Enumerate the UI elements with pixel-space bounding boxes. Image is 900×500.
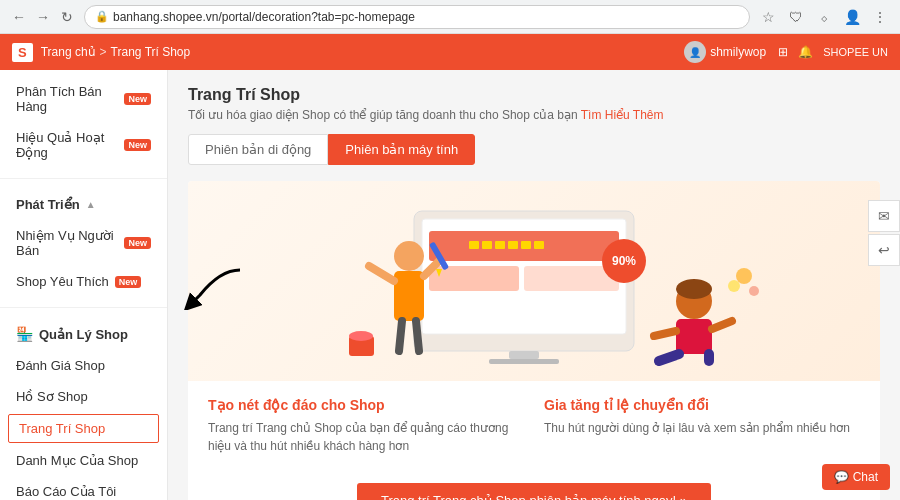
subtitle-text: Tối ưu hóa giao diện Shop có thể giúp tă… [188, 108, 578, 122]
account-icon[interactable]: 👤 [842, 7, 862, 27]
shopee-logo: S [12, 43, 33, 62]
cta-button[interactable]: Trang trí Trang chủ Shop phiên bản máy t… [357, 483, 711, 500]
sidebar-header-phat-trien[interactable]: Phát Triển ▲ [0, 189, 167, 220]
sidebar-item-hieu-qua-hoat-dong[interactable]: Hiệu Quả Hoạt Động New [0, 122, 167, 168]
bookmark-icon[interactable]: ☆ [758, 7, 778, 27]
header-label: Phát Triển [16, 197, 80, 212]
benefit-item-2: Gia tăng tỉ lệ chuyển đổi Thu hút người … [544, 397, 860, 455]
svg-rect-12 [534, 241, 544, 249]
view-tabs: Phiên bản di động Phiên bản máy tính [188, 134, 880, 165]
top-nav-icons: ⊞ 🔔 SHOPEE UN [778, 45, 888, 59]
svg-rect-7 [469, 241, 479, 249]
benefit-item-1: Tạo nét độc đáo cho Shop Trang trí Trang… [208, 397, 524, 455]
sidebar-section-phan-tich: Phân Tích Bán Hàng New Hiệu Quả Hoạt Độn… [0, 70, 167, 174]
new-badge: New [124, 237, 151, 249]
svg-rect-25 [676, 319, 712, 354]
sidebar-label: Danh Mục Của Shop [16, 453, 138, 468]
svg-line-20 [416, 321, 419, 351]
address-bar[interactable]: 🔒 banhang.shopee.vn/portal/decoration?ta… [84, 5, 750, 29]
cta-section: Trang trí Trang chủ Shop phiên bản máy t… [188, 471, 880, 500]
chat-label: Chat [853, 470, 878, 484]
browser-actions: ☆ 🛡 ⬦ 👤 ⋮ [758, 7, 890, 27]
benefit-desc-2: Thu hút người dùng ở lại lâu và xem sản … [544, 419, 860, 437]
shield-icon[interactable]: 🛡 [786, 7, 806, 27]
extensions-icon[interactable]: ⬦ [814, 7, 834, 27]
chat-icon: 💬 [834, 470, 849, 484]
new-badge: New [124, 139, 151, 151]
sidebar-item-ho-so-shop[interactable]: Hồ Sơ Shop [0, 381, 167, 412]
svg-rect-9 [495, 241, 505, 249]
benefit-desc-1: Trang trí Trang chủ Shop của bạn để quản… [208, 419, 524, 455]
menu-icon[interactable]: ⋮ [870, 7, 890, 27]
sidebar-header-quan-ly-shop[interactable]: 🏪 Quản Lý Shop [0, 318, 167, 350]
sidebar-item-nhiem-vu-nguoi-ban[interactable]: Nhiệm Vụ Người Bán New [0, 220, 167, 266]
shop-icon: 🏪 [16, 326, 33, 342]
svg-line-28 [654, 331, 676, 336]
top-nav-right: 👤 shmilywop ⊞ 🔔 SHOPEE UN [684, 41, 888, 63]
header-label: Quản Lý Shop [39, 327, 128, 342]
sidebar-item-trang-tri-shop[interactable]: Trang Trí Shop [8, 414, 159, 443]
lock-icon: 🔒 [95, 10, 109, 23]
sidebar-section-phat-trien: Phát Triển ▲ Nhiệm Vụ Người Bán New Shop… [0, 183, 167, 303]
user-info[interactable]: 👤 shmilywop [684, 41, 766, 63]
back-button[interactable]: ← [10, 8, 28, 26]
username: shmilywop [710, 45, 766, 59]
svg-rect-10 [508, 241, 518, 249]
sidebar-label: Hiệu Quả Hoạt Động [16, 130, 118, 160]
svg-rect-3 [429, 266, 519, 291]
learn-more-link[interactable]: Tìm Hiểu Thêm [581, 108, 664, 122]
svg-rect-8 [482, 241, 492, 249]
svg-point-24 [676, 279, 712, 299]
sidebar-item-phan-tich-ban-hang[interactable]: Phân Tích Bán Hàng New [0, 76, 167, 122]
side-action-buttons: ✉ ↩ [868, 200, 900, 266]
sidebar-item-danh-muc-cua-shop[interactable]: Danh Mục Của Shop [0, 445, 167, 476]
benefit-title-2: Gia tăng tỉ lệ chuyển đổi [544, 397, 860, 413]
svg-point-34 [728, 280, 740, 292]
avatar: 👤 [684, 41, 706, 63]
hero-illustration: 90% [188, 181, 880, 381]
tab-mobile[interactable]: Phiên bản di động [188, 134, 328, 165]
sidebar-label: Shop Yêu Thích [16, 274, 109, 289]
svg-point-32 [736, 268, 752, 284]
main-layout: Phân Tích Bán Hàng New Hiệu Quả Hoạt Độn… [0, 70, 900, 500]
tab-desktop[interactable]: Phiên bản máy tính [328, 134, 475, 165]
grid-icon[interactable]: ⊞ [778, 45, 788, 59]
side-button-feedback[interactable]: ↩ [868, 234, 900, 266]
sidebar: Phân Tích Bán Hàng New Hiệu Quả Hoạt Độn… [0, 70, 168, 500]
new-badge: New [124, 93, 151, 105]
svg-point-33 [749, 286, 759, 296]
svg-text:90%: 90% [612, 254, 636, 268]
sidebar-section-quan-ly-shop: 🏪 Quản Lý Shop Đánh Giá Shop Hồ Sơ Shop … [0, 312, 167, 500]
sidebar-item-shop-yeu-thich[interactable]: Shop Yêu Thích New [0, 266, 167, 297]
svg-line-26 [659, 354, 679, 361]
sidebar-label: Trang Trí Shop [19, 421, 105, 436]
svg-rect-11 [521, 241, 531, 249]
sidebar-label: Nhiệm Vụ Người Bán [16, 228, 118, 258]
sidebar-item-danh-gia-shop[interactable]: Đánh Giá Shop [0, 350, 167, 381]
side-button-mail[interactable]: ✉ [868, 200, 900, 232]
breadcrumb-home[interactable]: Trang chủ [41, 45, 96, 59]
illustration-svg: 90% [254, 181, 814, 381]
forward-button[interactable]: → [34, 8, 52, 26]
notification-icon[interactable]: 🔔 [798, 45, 813, 59]
hero-section: 90% [188, 181, 880, 500]
svg-line-19 [399, 321, 402, 351]
breadcrumb-separator: > [100, 45, 107, 59]
svg-line-29 [712, 321, 732, 329]
refresh-button[interactable]: ↻ [58, 8, 76, 26]
sidebar-label: Hồ Sơ Shop [16, 389, 88, 404]
browser-nav-icons: ← → ↻ [10, 8, 76, 26]
new-badge: New [115, 276, 142, 288]
benefits-row: Tạo nét độc đáo cho Shop Trang trí Trang… [188, 381, 880, 471]
sidebar-item-bao-cao-cua-toi[interactable]: Báo Cáo Của Tôi [0, 476, 167, 500]
sidebar-label: Đánh Giá Shop [16, 358, 105, 373]
svg-rect-14 [489, 359, 559, 364]
chat-button[interactable]: 💬 Chat [822, 464, 890, 490]
top-navigation: S Trang chủ > Trang Trí Shop 👤 shmilywop… [0, 34, 900, 70]
main-content: Trang Trí Shop Tối ưu hóa giao diện Shop… [168, 70, 900, 500]
page-title: Trang Trí Shop [188, 86, 880, 104]
cta-label: Trang trí Trang chủ Shop phiên bản máy t… [381, 493, 687, 500]
breadcrumb-current: Trang Trí Shop [111, 45, 191, 59]
sidebar-label: Phân Tích Bán Hàng [16, 84, 118, 114]
chevron-up-icon: ▲ [86, 199, 96, 210]
